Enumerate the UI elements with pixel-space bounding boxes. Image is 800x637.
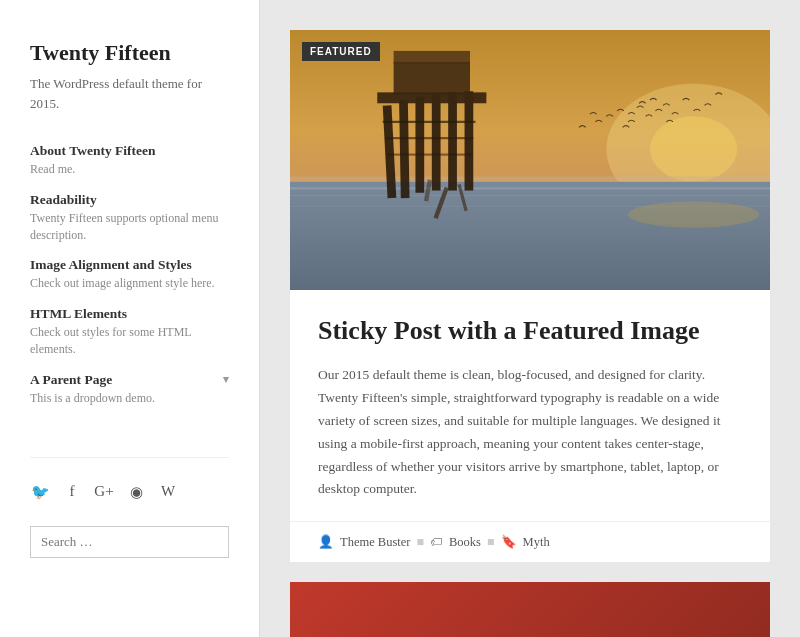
- post-author[interactable]: Theme Buster: [340, 535, 410, 550]
- post-card: FEATURED: [290, 30, 770, 562]
- nav-item-about[interactable]: About Twenty FifteenRead me.: [30, 143, 229, 178]
- svg-rect-6: [290, 195, 770, 196]
- googleplus-icon[interactable]: G+: [94, 482, 114, 502]
- svg-rect-10: [399, 100, 409, 198]
- nav-item-label-readability[interactable]: Readability: [30, 192, 229, 208]
- nav-item-desc-image-alignment: Check out image alignment style here.: [30, 275, 229, 292]
- svg-rect-14: [465, 91, 474, 190]
- nav-item-html-elements[interactable]: HTML ElementsCheck out styles for some H…: [30, 306, 229, 358]
- site-title: Twenty Fifteen: [30, 40, 229, 66]
- github-icon[interactable]: ◉: [126, 482, 146, 502]
- nav-divider: [30, 457, 229, 458]
- nav-item-label-about[interactable]: About Twenty Fifteen: [30, 143, 229, 159]
- second-post-teaser: [290, 582, 770, 637]
- featured-image: [290, 30, 770, 290]
- svg-rect-13: [448, 92, 457, 190]
- svg-rect-17: [394, 51, 470, 64]
- post-title[interactable]: Sticky Post with a Featured Image: [318, 314, 742, 348]
- facebook-icon[interactable]: f: [62, 482, 82, 502]
- nav-item-desc-html-elements: Check out styles for some HTML elements.: [30, 324, 229, 358]
- site-description: The WordPress default theme for 2015.: [30, 74, 229, 113]
- featured-badge: FEATURED: [302, 42, 380, 61]
- tag-icon: 🔖: [501, 534, 517, 550]
- nav-item-desc-about: Read me.: [30, 161, 229, 178]
- nav-item-label-html-elements[interactable]: HTML Elements: [30, 306, 229, 322]
- sidebar: Twenty Fifteen The WordPress default the…: [0, 0, 260, 637]
- svg-point-2: [650, 116, 737, 181]
- svg-rect-12: [432, 95, 441, 191]
- nav-menu: About Twenty FifteenRead me.ReadabilityT…: [30, 143, 229, 421]
- featured-image-wrapper: FEATURED: [290, 30, 770, 290]
- post-excerpt: Our 2015 default theme is clean, blog-fo…: [318, 364, 742, 502]
- wordpress-icon[interactable]: W: [158, 482, 178, 502]
- svg-rect-4: [290, 182, 770, 290]
- dropdown-arrow-a-parent-page[interactable]: ▾: [223, 373, 229, 386]
- social-icons: 🐦fG+◉W: [30, 482, 229, 502]
- main-content: FEATURED: [260, 0, 800, 637]
- author-icon: 👤: [318, 534, 334, 550]
- footer-separator-1: ■: [416, 535, 424, 550]
- svg-rect-11: [415, 97, 424, 193]
- post-category[interactable]: Books: [449, 535, 481, 550]
- svg-rect-5: [290, 187, 770, 189]
- search-input[interactable]: [30, 526, 229, 558]
- svg-point-8: [628, 201, 759, 227]
- post-tag[interactable]: Myth: [523, 535, 550, 550]
- nav-item-a-parent-page[interactable]: A Parent Page▾This is a dropdown demo.: [30, 372, 229, 407]
- nav-item-label-image-alignment[interactable]: Image Alignment and Styles: [30, 257, 229, 273]
- nav-item-label-a-parent-page[interactable]: A Parent Page▾: [30, 372, 229, 388]
- nav-item-image-alignment[interactable]: Image Alignment and StylesCheck out imag…: [30, 257, 229, 292]
- nav-item-readability[interactable]: ReadabilityTwenty Fifteen supports optio…: [30, 192, 229, 244]
- post-footer: 👤 Theme Buster ■ 🏷 Books ■ 🔖 Myth: [290, 521, 770, 562]
- category-icon: 🏷: [430, 535, 443, 550]
- post-body: Sticky Post with a Featured Image Our 20…: [290, 290, 770, 521]
- nav-item-desc-a-parent-page: This is a dropdown demo.: [30, 390, 229, 407]
- twitter-icon[interactable]: 🐦: [30, 482, 50, 502]
- footer-separator-2: ■: [487, 535, 495, 550]
- nav-item-desc-readability: Twenty Fifteen supports optional menu de…: [30, 210, 229, 244]
- svg-rect-16: [394, 62, 470, 95]
